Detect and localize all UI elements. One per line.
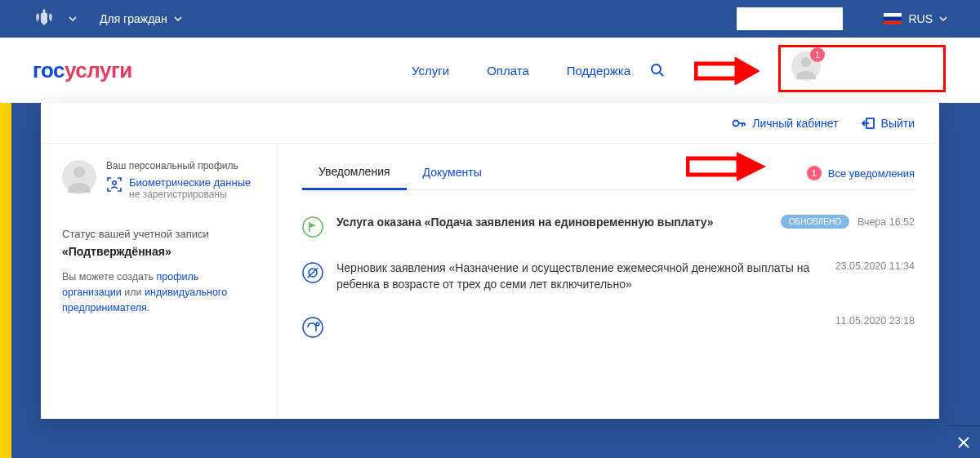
face-scan-icon [106,176,122,193]
search-icon[interactable] [650,63,665,78]
account-link[interactable]: Личный кабинет [733,117,838,130]
arrow-annotation-icon [694,57,760,87]
svg-rect-6 [696,64,737,78]
updated-badge: ОБНОВЛЕНО [781,215,849,229]
incoming-icon [302,317,323,338]
svg-marker-18 [737,152,766,181]
chevron-down-icon [939,16,947,21]
close-button[interactable] [947,425,980,458]
logo-part2: услуги [65,58,132,82]
notification-item[interactable]: Черновик заявления «Назначение и осущест… [302,249,915,304]
status-value: «Подтверждённая» [62,245,256,258]
svg-rect-3 [884,20,902,24]
gov-selector[interactable] [62,16,77,21]
nav-services[interactable]: Услуги [412,64,449,78]
svg-point-0 [43,10,46,12]
account-link-label: Личный кабинет [752,117,838,130]
language-label: RUS [908,12,933,25]
chevron-down-icon [174,16,182,21]
chevron-down-icon [69,16,77,21]
notification-time: 23.05.2020 11:34 [835,260,915,272]
language-selector[interactable]: RUS [884,12,947,25]
notification-item[interactable]: 11.05.2020 23:18 [302,304,915,349]
nav-support[interactable]: Поддержка [567,64,630,78]
notification-time: Вчера 16:52 [858,216,915,228]
tab-notifications[interactable]: Уведомления [302,157,407,190]
user-icon [62,160,96,194]
logout-icon [862,118,875,129]
notification-title: Черновик заявления «Назначение и осущест… [336,260,822,292]
notification-item[interactable]: Услуга оказана «Подача заявления на един… [302,203,915,249]
logo[interactable]: госуслуги [33,58,132,83]
biometric-link[interactable]: Биометрические данные [129,176,251,189]
svg-marker-7 [735,57,760,85]
svg-line-5 [660,73,663,76]
draft-icon [302,262,323,283]
audience-label: Для граждан [100,12,167,25]
emblem-icon [33,7,56,30]
profile-label: Ваш персональный профиль [106,160,251,171]
svg-point-9 [733,120,739,126]
avatar-badge: 1 [810,47,825,62]
avatar-highlight: 1 [778,45,946,92]
top-search-input[interactable] [737,7,843,30]
all-notifications-link[interactable]: 1 Все уведомления [807,166,915,180]
avatar[interactable]: 1 [791,51,821,81]
close-icon [957,436,970,449]
notification-time: 11.05.2020 23:18 [835,315,915,327]
arrow-annotation-icon [686,150,768,183]
logo-part1: гос [33,58,65,82]
svg-point-8 [801,57,811,67]
nav-payment[interactable]: Оплата [487,64,529,78]
all-notifications-label: Все уведомления [828,167,915,180]
status-label: Статус вашей учетной записи [62,228,256,240]
svg-point-24 [303,318,323,337]
notification-count-badge: 1 [807,166,822,180]
logout-link-label: Выйти [881,117,915,130]
svg-rect-1 [884,13,902,17]
key-icon [733,118,746,129]
svg-line-23 [308,268,318,278]
svg-point-4 [652,64,661,73]
flag-icon [302,216,323,238]
audience-selector[interactable]: Для граждан [100,12,182,25]
status-description: Вы можете создать профиль организации ил… [62,269,256,315]
svg-point-15 [74,167,85,178]
profile-avatar [62,160,96,194]
notification-title: Услуга оказана «Подача заявления на един… [336,216,714,229]
biometric-sub: не зарегистрированы [129,189,251,200]
tab-documents[interactable]: Документы [407,158,498,189]
svg-rect-17 [688,158,738,175]
logout-link[interactable]: Выйти [862,117,915,130]
svg-point-19 [303,217,323,237]
svg-rect-2 [884,17,902,21]
svg-point-16 [113,181,116,185]
flag-russia-icon [884,13,902,24]
